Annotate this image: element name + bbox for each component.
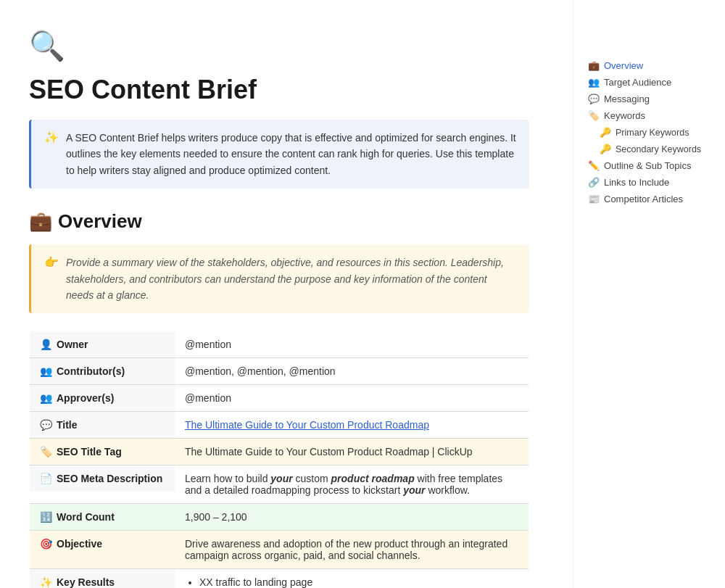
table-cell-value: Drive awareness and adoption of the new … bbox=[175, 531, 529, 569]
sidebar-label: Competitor Articles bbox=[604, 194, 683, 204]
table-row: 📄SEO Meta DescriptionLearn how to build … bbox=[30, 465, 529, 504]
sidebar-icon: 🔑 bbox=[600, 127, 611, 138]
sidebar-label: Overview bbox=[604, 60, 643, 71]
sidebar-label: Links to Include bbox=[604, 177, 669, 188]
sidebar: 💼Overview👥Target Audience💬Messaging🏷️Key… bbox=[573, 0, 725, 588]
table-cell-value: @mention bbox=[175, 331, 529, 358]
sidebar-item-links-to-include[interactable]: 🔗Links to Include bbox=[585, 175, 713, 190]
table-cell-label: ✨Key Results bbox=[30, 569, 175, 588]
table-cell-label: 👤Owner bbox=[30, 331, 175, 357]
row-icon: 🎯 bbox=[40, 538, 52, 550]
sidebar-icon: 💼 bbox=[588, 60, 600, 71]
table-row: 👥Contributor(s)@mention, @mention, @ment… bbox=[30, 358, 529, 385]
overview-title: 💼 Overview bbox=[29, 210, 529, 233]
row-icon: 🏷️ bbox=[40, 446, 52, 457]
sidebar-label: Keywords bbox=[604, 110, 645, 121]
list-item: XX traffic to landing page bbox=[199, 576, 518, 588]
row-icon: 👥 bbox=[40, 392, 52, 404]
row-icon: 👥 bbox=[40, 365, 52, 377]
table-bullet-list: XX traffic to landing page bbox=[185, 576, 518, 588]
sidebar-item-secondary-keywords[interactable]: 🔑Secondary Keywords bbox=[585, 141, 713, 157]
row-label: Word Count bbox=[57, 511, 115, 523]
table-cell-value: XX traffic to landing page bbox=[175, 569, 529, 588]
table-cell-value: The Ultimate Guide to Your Custom Produc… bbox=[175, 412, 529, 439]
info-callout-blue: ✨ A SEO Content Brief helps writers prod… bbox=[29, 120, 529, 189]
bold-text: your bbox=[403, 484, 425, 496]
table-rich-text: Learn how to build your custom product r… bbox=[185, 473, 502, 496]
main-content: 🔍 SEO Content Brief ✨ A SEO Content Brie… bbox=[0, 0, 573, 588]
sidebar-label: Outline & Sub Topics bbox=[604, 160, 691, 171]
row-label: Title bbox=[57, 419, 78, 431]
table-cell-value: 1,900 – 2,100 bbox=[175, 504, 529, 531]
table-row: 🏷️SEO Title TagThe Ultimate Guide to You… bbox=[30, 439, 529, 465]
page-title: SEO Content Brief bbox=[29, 75, 529, 105]
sidebar-label: Primary Keywords bbox=[616, 128, 689, 138]
table-cell-value: The Ultimate Guide to Your Custom Produc… bbox=[175, 439, 529, 465]
sidebar-icon: 📰 bbox=[588, 194, 600, 204]
sidebar-item-primary-keywords[interactable]: 🔑Primary Keywords bbox=[585, 125, 713, 140]
table-cell-label: 📄SEO Meta Description bbox=[30, 465, 175, 492]
logo-icon: 🔍 bbox=[29, 29, 529, 63]
sidebar-item-overview[interactable]: 💼Overview bbox=[585, 58, 713, 73]
table-cell-value: @mention bbox=[175, 385, 529, 412]
bold-text: product roadmap bbox=[331, 473, 415, 484]
table-cell-label: 💬Title bbox=[30, 412, 175, 438]
table-row: 🎯ObjectiveDrive awareness and adoption o… bbox=[30, 531, 529, 569]
row-icon: 🔢 bbox=[40, 511, 52, 523]
row-label: SEO Meta Description bbox=[57, 473, 162, 484]
row-icon: 👤 bbox=[40, 339, 52, 350]
sidebar-item-competitor-articles[interactable]: 📰Competitor Articles bbox=[585, 191, 713, 207]
table-cell-value: Learn how to build your custom product r… bbox=[175, 465, 529, 504]
callout-blue-icon: ✨ bbox=[44, 131, 59, 144]
table-row: 💬TitleThe Ultimate Guide to Your Custom … bbox=[30, 412, 529, 439]
sidebar-icon: ✏️ bbox=[588, 160, 600, 171]
table-row: 🔢Word Count1,900 – 2,100 bbox=[30, 504, 529, 531]
callout-yellow-icon: 👉 bbox=[44, 255, 59, 269]
bold-text: your bbox=[270, 473, 292, 484]
table-cell-label: 🎯Objective bbox=[30, 531, 175, 557]
table-row: 👥Approver(s)@mention bbox=[30, 385, 529, 412]
sidebar-item-messaging[interactable]: 💬Messaging bbox=[585, 91, 713, 107]
sidebar-icon: 👥 bbox=[588, 77, 600, 88]
row-label: Contributor(s) bbox=[57, 365, 125, 377]
row-label: Objective bbox=[57, 538, 102, 550]
sidebar-icon: 💬 bbox=[588, 94, 600, 104]
table-cell-label: 👥Approver(s) bbox=[30, 385, 175, 411]
callout-yellow-text: Provide a summary view of the stakeholde… bbox=[66, 254, 516, 303]
table-cell-label: 👥Contributor(s) bbox=[30, 358, 175, 384]
table-row: ✨Key ResultsXX traffic to landing page bbox=[30, 569, 529, 588]
row-label: Key Results bbox=[57, 576, 115, 588]
table-row: 👤Owner@mention bbox=[30, 331, 529, 358]
overview-table: 👤Owner@mention👥Contributor(s)@mention, @… bbox=[29, 331, 529, 588]
table-link[interactable]: The Ultimate Guide to Your Custom Produc… bbox=[185, 419, 429, 431]
table-cell-label: 🏷️SEO Title Tag bbox=[30, 439, 175, 465]
sidebar-icon: 🔗 bbox=[588, 177, 600, 188]
row-icon: ✨ bbox=[40, 576, 52, 588]
row-label: Owner bbox=[57, 339, 88, 350]
sidebar-icon: 🔑 bbox=[600, 144, 611, 154]
sidebar-item-target-audience[interactable]: 👥Target Audience bbox=[585, 75, 713, 90]
table-cell-value: @mention, @mention, @mention bbox=[175, 358, 529, 385]
info-callout-yellow: 👉 Provide a summary view of the stakehol… bbox=[29, 244, 529, 313]
sidebar-label: Secondary Keywords bbox=[616, 144, 701, 154]
overview-icon: 💼 bbox=[29, 210, 52, 233]
row-icon: 📄 bbox=[40, 473, 52, 484]
row-label: SEO Title Tag bbox=[57, 446, 122, 457]
row-label: Approver(s) bbox=[57, 392, 114, 404]
sidebar-icon: 🏷️ bbox=[588, 110, 600, 121]
table-cell-label: 🔢Word Count bbox=[30, 504, 175, 530]
sidebar-label: Target Audience bbox=[604, 77, 671, 88]
sidebar-label: Messaging bbox=[604, 94, 650, 104]
callout-blue-text: A SEO Content Brief helps writers produc… bbox=[66, 130, 516, 178]
sidebar-item-keywords[interactable]: 🏷️Keywords bbox=[585, 108, 713, 123]
sidebar-item-outline-&-sub-topics[interactable]: ✏️Outline & Sub Topics bbox=[585, 158, 713, 173]
row-icon: 💬 bbox=[40, 419, 52, 431]
